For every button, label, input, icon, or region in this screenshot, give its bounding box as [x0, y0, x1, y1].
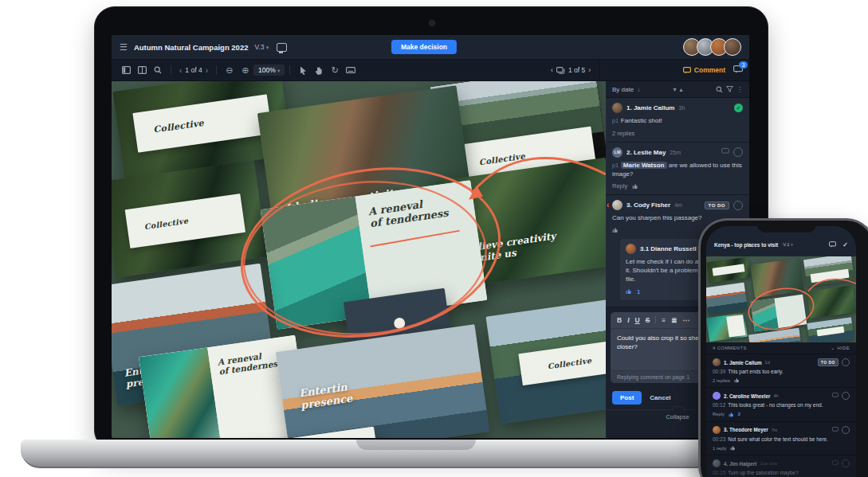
chat-icon[interactable]: 3: [733, 65, 743, 75]
replies-link[interactable]: 2 replies: [713, 378, 730, 383]
present-monitor-icon[interactable]: [277, 43, 287, 52]
thumbs-up-icon[interactable]: [730, 445, 736, 451]
comment-author: 3. Theodore Meyer: [724, 427, 768, 432]
thumbs-up-icon[interactable]: [734, 377, 740, 383]
video-timestamp[interactable]: 00:12: [713, 402, 725, 408]
thumbs-up-icon[interactable]: [729, 412, 734, 417]
more-formatting-button[interactable]: ⋯: [682, 316, 689, 324]
resolve-toggle-icon[interactable]: [842, 392, 850, 400]
zoom-in-icon[interactable]: ⊕: [239, 64, 252, 76]
phone-approve-check-icon[interactable]: ✓: [842, 241, 848, 248]
placeholder-text: [372, 226, 454, 237]
reply-link[interactable]: Reply: [612, 182, 627, 190]
avatar: [626, 244, 636, 254]
reply-bubble-icon[interactable]: [832, 393, 839, 399]
rotate-icon[interactable]: ↻: [328, 64, 341, 76]
avatar: [713, 392, 721, 400]
replies-link[interactable]: 1 reply: [713, 446, 726, 451]
next-slide-icon[interactable]: ›: [588, 66, 591, 74]
pointer-tool-icon[interactable]: [297, 64, 309, 76]
filter-icon[interactable]: [726, 86, 733, 92]
video-timestamp[interactable]: 00:23: [713, 436, 725, 442]
prev-page-icon[interactable]: ‹: [179, 66, 182, 75]
sort-label[interactable]: By date: [612, 86, 634, 93]
strikethrough-button[interactable]: S: [646, 316, 650, 324]
annotation-strikethrough: [370, 230, 460, 248]
thumbs-up-icon[interactable]: [612, 227, 619, 233]
hand-tool-icon[interactable]: [312, 64, 325, 76]
make-decision-button[interactable]: Make decision: [391, 40, 457, 54]
todo-badge[interactable]: TO DO: [705, 201, 729, 209]
reply-link[interactable]: Reply: [713, 412, 725, 416]
italic-button[interactable]: I: [627, 316, 629, 324]
comment-card[interactable]: 4. Jim Halpert Just now 00:15Turn up the…: [706, 455, 856, 477]
resolve-toggle-icon[interactable]: [842, 426, 850, 434]
reply-bubble-icon[interactable]: [832, 427, 839, 433]
comments-count: 4 COMMENTS: [713, 346, 747, 350]
slide-title: Collective: [143, 216, 189, 231]
expand-all-icon[interactable]: ▴: [680, 86, 683, 93]
toolbar-right: Comment 3: [599, 60, 749, 80]
phone-version-selector[interactable]: V.1 ▾: [783, 242, 793, 247]
chevron-down-icon: ▾: [277, 68, 280, 73]
avatar[interactable]: [724, 38, 741, 56]
underline-button[interactable]: U: [635, 316, 640, 324]
replies-link[interactable]: 2 replies: [612, 130, 634, 137]
video-timestamp[interactable]: 00:15: [713, 470, 725, 475]
hamburger-menu-icon[interactable]: ☰: [120, 42, 128, 53]
phone-canvas[interactable]: [706, 256, 856, 342]
reply-bubble-icon[interactable]: [832, 460, 839, 467]
resolve-toggle-icon[interactable]: [842, 358, 850, 366]
slide-collective-leaves-2: Collective: [112, 160, 268, 278]
placeholder-text: [532, 150, 568, 154]
comment-button-label: Comment: [694, 66, 725, 74]
mention-chip[interactable]: Marie Watson: [621, 162, 667, 169]
bullet-list-button[interactable]: ≡: [662, 316, 666, 324]
bold-button[interactable]: B: [617, 316, 622, 324]
kebab-menu-icon[interactable]: ⋮: [736, 86, 743, 93]
cancel-button[interactable]: Cancel: [650, 394, 670, 401]
document-title: Autumn Natural Campaign 2022: [134, 43, 249, 52]
reply-bubble-icon[interactable]: [721, 148, 729, 156]
annotation-pointer-icon: ‹: [607, 201, 609, 209]
resolve-toggle-icon[interactable]: [842, 459, 850, 467]
prev-slide-icon[interactable]: ‹: [551, 66, 553, 74]
grid-view-icon[interactable]: [136, 64, 148, 76]
phone-version-label: V.1: [783, 242, 789, 247]
post-button[interactable]: Post: [612, 391, 642, 405]
resolved-check-icon[interactable]: ✓: [734, 104, 743, 112]
mini-slide: [706, 283, 748, 315]
comment-card[interactable]: 2. Caroline Wheeler 4h 00:12This looks g…: [706, 388, 856, 421]
like-count: 2: [738, 412, 740, 416]
thumbs-up-icon[interactable]: [632, 183, 638, 190]
comment-card[interactable]: 1. Jamie Callum 3h ✓ p1Fantastic shot! 2…: [606, 98, 749, 143]
version-selector[interactable]: V.3 ▾: [254, 43, 269, 51]
comment-card[interactable]: LM 2. Leslie May 25m p1Marie Watson are …: [606, 143, 749, 196]
comment-card[interactable]: 1. Jamie Callum 1d TO DO 00:39This part …: [706, 354, 856, 388]
phone-comment-icon[interactable]: [829, 241, 836, 248]
search-icon[interactable]: [151, 64, 164, 76]
resolve-toggle-icon[interactable]: [733, 147, 743, 157]
zoom-out-icon[interactable]: ⊖: [223, 64, 236, 76]
zoom-level-dropdown[interactable]: 100% ▾: [253, 65, 285, 76]
thumbs-up-icon[interactable]: [626, 288, 632, 295]
video-timestamp[interactable]: 00:39: [713, 369, 725, 374]
resolve-toggle-icon[interactable]: [733, 201, 743, 210]
panel-left-icon[interactable]: [120, 64, 132, 76]
collective-card: Collective: [132, 94, 272, 153]
keyboard-shortcuts-icon[interactable]: [344, 64, 357, 76]
comment-card[interactable]: 3. Theodore Meyer 7m 00:23Not sure what …: [706, 422, 856, 455]
collapse-all-icon[interactable]: ▾: [674, 86, 677, 93]
next-page-icon[interactable]: ›: [206, 66, 208, 75]
page-indicator: 1 of 4: [185, 66, 202, 74]
numbered-list-button[interactable]: ≣: [671, 316, 677, 324]
chat-badge: 3: [739, 61, 748, 68]
comment-time: 1d: [765, 360, 770, 365]
divider: [289, 65, 290, 75]
todo-badge[interactable]: TO DO: [818, 358, 839, 366]
sort-direction-icon[interactable]: ↓: [637, 86, 640, 93]
design-canvas[interactable]: Collective Collective I believe creativi…: [112, 81, 606, 438]
hide-comments-button[interactable]: HIDE: [838, 346, 850, 350]
add-comment-button[interactable]: Comment: [683, 66, 725, 74]
search-comments-icon[interactable]: [716, 86, 723, 93]
